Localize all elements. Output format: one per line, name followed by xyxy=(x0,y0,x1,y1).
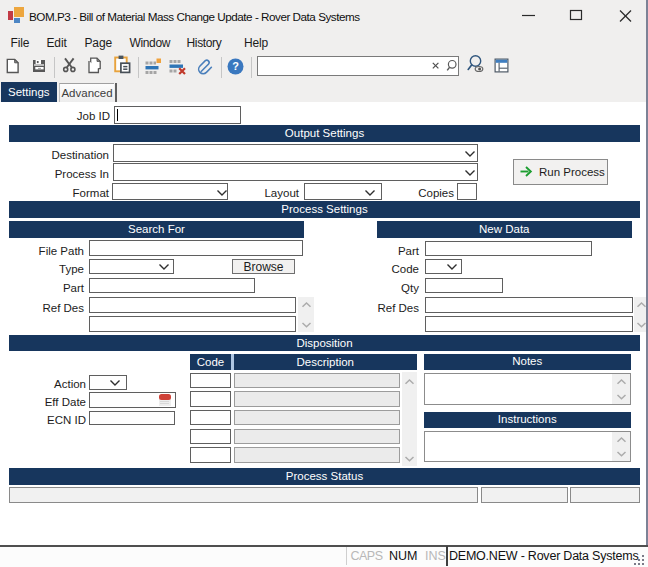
svg-text:?: ? xyxy=(232,60,239,72)
